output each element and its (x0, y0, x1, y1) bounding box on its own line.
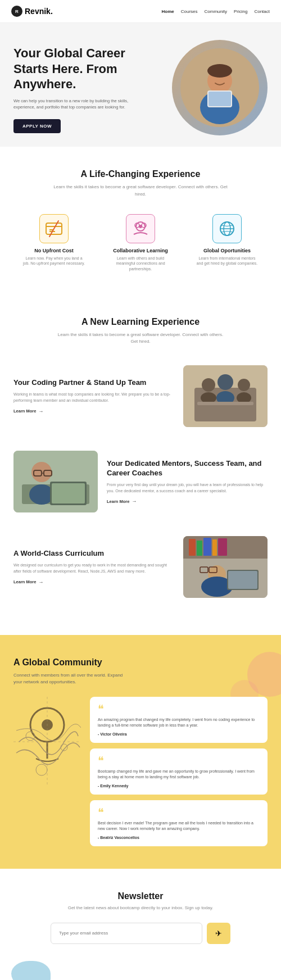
feature-collab: Collaborative Learning Learn with others… (110, 214, 171, 272)
learning-desc-2: From your very first day until your drea… (107, 482, 268, 494)
logo-circle: R (11, 6, 22, 17)
testimonial-2: ❝ Bootcamp changed my life and gave me a… (90, 748, 268, 795)
svg-rect-40 (203, 538, 211, 556)
community-subtitle: Connect with members from all over the w… (13, 672, 126, 686)
community-map (13, 697, 81, 789)
svg-rect-26 (197, 402, 253, 405)
life-changing-section: A Life-Changing Experience Learn the ski… (0, 147, 281, 294)
nav-link-courses[interactable]: Courses (181, 9, 198, 14)
learning-title: A New Learning Experience (0, 317, 281, 327)
quote-icon-1: ❝ (98, 704, 260, 715)
svg-point-14 (139, 225, 142, 228)
send-icon: ✈ (215, 929, 222, 938)
life-changing-title: A Life-Changing Experience (13, 169, 268, 179)
learning-content-1: Your Coding Partner & Stand Up Team Work… (13, 378, 174, 414)
hero-title: Your Global Career Starts Here. From Any… (13, 46, 137, 92)
svg-rect-38 (189, 539, 196, 556)
community-title: A Global Community (13, 657, 268, 668)
features-grid: No Upfront Cost Learn now. Pay when you … (13, 214, 268, 272)
learning-title-1: Your Coding Partner & Stand Up Team (13, 378, 174, 388)
learning-title-3: A World-Class Curriculum (13, 549, 174, 559)
hero-cta-button[interactable]: APPLY NOW (13, 119, 61, 133)
testimonial-author-3: - Beatriz Vasconcellos (98, 836, 260, 840)
testimonial-text-3: Best decision I ever made! The program g… (98, 820, 260, 832)
life-changing-subtitle: Learn the skills it takes to become a gr… (51, 184, 230, 198)
learning-image-3 (183, 536, 268, 598)
community-section: A Global Community Connect with members … (0, 635, 281, 869)
learning-image-2 (13, 451, 98, 512)
hero-section: Your Global Career Starts Here. From Any… (0, 23, 281, 147)
testimonials-list: ❝ An amazing program that changed my lif… (90, 697, 268, 846)
svg-point-20 (202, 378, 215, 392)
svg-point-3 (207, 64, 232, 78)
learn-more-2[interactable]: Learn More → (107, 498, 268, 504)
nav-link-pricing[interactable]: Pricing (234, 9, 247, 14)
learning-item-1: Your Coding Partner & Stand Up Team Work… (0, 356, 281, 436)
svg-rect-42 (218, 538, 227, 556)
testimonial-author-1: - Victor Oliveira (98, 732, 260, 736)
logo-text: Revnik. (25, 7, 53, 16)
newsletter-form: ✈ (51, 923, 230, 944)
nav-link-community[interactable]: Community (205, 9, 227, 14)
learning-desc-1: Working in teams is what most top compan… (13, 391, 174, 403)
testimonial-text-2: Bootcamp changed my life and gave me an … (98, 769, 260, 781)
learn-more-3[interactable]: Learn More → (13, 579, 174, 585)
svg-rect-35 (52, 483, 85, 503)
newsletter-subtitle: Get the latest news about bootcamp direc… (56, 905, 225, 911)
collab-desc: Learn with others and build meaningful c… (110, 256, 171, 272)
learn-more-arrow-2: → (132, 498, 137, 504)
svg-point-21 (217, 374, 233, 390)
global-label: Global Oportunities (203, 248, 251, 253)
svg-point-22 (238, 379, 250, 391)
learn-more-arrow-3: → (38, 579, 43, 585)
learning-desc-3: We designed our curriculum to get you re… (13, 562, 174, 574)
newsletter-email-input[interactable] (51, 923, 202, 944)
collab-icon (126, 214, 155, 243)
testimonial-text-1: An amazing program that changed my life … (98, 717, 260, 729)
global-icon (212, 214, 242, 243)
learning-content-3: A World-Class Curriculum We designed our… (13, 549, 174, 584)
navbar: R Revnik. Home Courses Community Pricing… (0, 0, 281, 23)
learning-item-3: A World-Class Curriculum We designed our… (0, 527, 281, 607)
quote-icon-2: ❝ (98, 755, 260, 766)
collab-label: Collaborative Learning (113, 248, 168, 253)
nav-link-home[interactable]: Home (161, 9, 174, 14)
svg-point-56 (36, 764, 47, 775)
svg-rect-5 (209, 92, 231, 106)
testimonial-1: ❝ An amazing program that changed my lif… (90, 697, 268, 743)
hero-content: Your Global Career Starts Here. From Any… (13, 46, 137, 133)
svg-rect-41 (212, 539, 217, 556)
learning-item-2: Your Dedicated Mentors, Success Team, an… (0, 442, 281, 521)
newsletter-title: Newsletter (13, 891, 268, 901)
learning-subtitle: Learn the skills it takes to become a gr… (56, 332, 225, 345)
hero-image (172, 40, 268, 135)
feature-cost: No Upfront Cost Learn now. Pay when you … (23, 214, 85, 272)
learning-section: A New Learning Experience Learn the skil… (0, 294, 281, 635)
cost-desc: Learn now. Pay when you land a job. No u… (23, 256, 85, 267)
learn-more-1[interactable]: Learn More → (13, 409, 174, 414)
svg-point-54 (26, 732, 35, 741)
community-layout: ❝ An amazing program that changed my lif… (13, 697, 268, 846)
svg-rect-48 (228, 571, 257, 589)
feature-global: Global Oportunities Learn from internati… (196, 214, 258, 272)
learning-content-2: Your Dedicated Mentors, Success Team, an… (107, 459, 268, 504)
testimonial-3: ❝ Best decision I ever made! The program… (90, 800, 268, 846)
learn-more-arrow-1: → (38, 409, 43, 414)
cost-label: No Upfront Cost (34, 248, 74, 253)
deco-bottom-left (0, 967, 281, 980)
testimonial-author-2: - Emily Kennedy (98, 784, 260, 788)
global-desc: Learn from international mentors and get… (196, 256, 258, 267)
hero-description: We can help you transition to a new role… (13, 98, 137, 111)
newsletter-section: Newsletter Get the latest news about boo… (0, 869, 281, 967)
cost-icon (39, 214, 69, 243)
nav-links: Home Courses Community Pricing Contact (161, 9, 270, 14)
nav-link-contact[interactable]: Contact (254, 9, 270, 14)
learning-title-2: Your Dedicated Mentors, Success Team, an… (107, 459, 268, 478)
newsletter-submit-button[interactable]: ✈ (207, 923, 230, 944)
quote-icon-3: ❝ (98, 807, 260, 818)
logo[interactable]: R Revnik. (11, 6, 53, 17)
deco-blob (11, 961, 51, 980)
learning-image-1 (183, 365, 268, 427)
svg-rect-39 (197, 541, 202, 556)
